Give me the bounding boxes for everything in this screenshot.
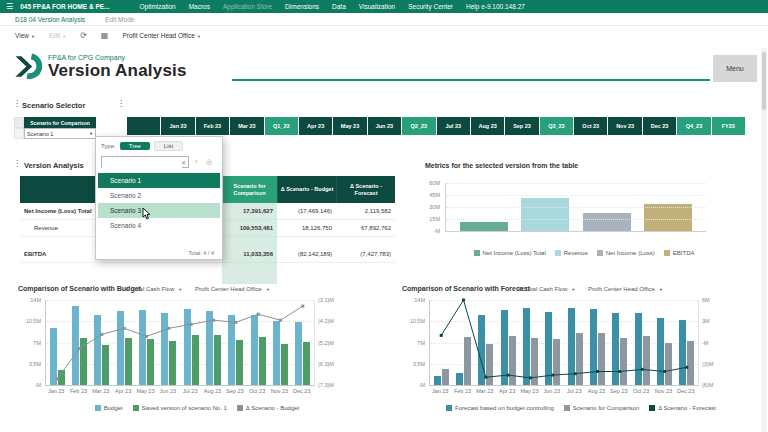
period-chip[interactable]: Aug 23: [471, 117, 504, 135]
right-axis-ticks: (3.1)M(4.2)M(5.2)M(6.3)M(7.3)M: [315, 300, 349, 385]
overflow-menu-icon[interactable]: ⋮: [13, 160, 21, 168]
chart-legend: Forecast based on budget controllingScen…: [396, 405, 766, 411]
chart-legend: Net Income (Loss) TotalRevenueNet Income…: [408, 250, 760, 256]
overflow-menu-icon[interactable]: ⋮: [117, 100, 125, 108]
edit-mode-label[interactable]: Edit Mode: [105, 16, 134, 23]
period-chip[interactable]: Q4_23: [677, 117, 710, 135]
grid-view-icon[interactable]: ▦: [101, 31, 109, 40]
overflow-menu-icon[interactable]: ⋮: [13, 100, 21, 108]
target-icon[interactable]: ◎: [206, 158, 212, 165]
delta-forecast-value: (7,427,783): [336, 246, 395, 263]
tab-bar: D18 04 Version Analysis Edit Mode: [0, 13, 768, 26]
period-chip[interactable]: Q2_23: [402, 117, 435, 135]
legend-item: Budget: [95, 405, 123, 411]
chevron-left-icon[interactable]: ‹: [195, 158, 197, 165]
header-rule: [232, 79, 710, 81]
type-label: Type:: [101, 143, 116, 149]
x-axis-label: Mar 23: [90, 388, 112, 394]
period-chip[interactable]: Jan 23: [161, 117, 194, 135]
legend-swatch: [446, 405, 452, 411]
x-axis-label: May 23: [134, 388, 156, 394]
refresh-icon[interactable]: ⟳: [80, 31, 87, 40]
measure-selector[interactable]: 4. Total Cash Flow▼: [125, 286, 182, 292]
spacer-cell: [277, 263, 336, 284]
gridline: [446, 195, 706, 196]
period-chip[interactable]: [127, 117, 160, 135]
tree-toggle-button[interactable]: Tree: [120, 142, 150, 150]
period-chip[interactable]: Dec 23: [643, 117, 676, 135]
chart-title: Comparison of Scenario with Budget: [18, 285, 141, 292]
context-selector[interactable]: Profit Center Head Office▼: [588, 286, 663, 292]
legend-label: Net Income (Loss) Total: [483, 250, 546, 256]
period-chip[interactable]: Q3_23: [540, 117, 573, 135]
scenario-comparison-select[interactable]: Scenario 1 ▼: [24, 128, 96, 139]
period-chip[interactable]: Sep 23: [505, 117, 538, 135]
dropdown-option[interactable]: Scenario 4: [98, 218, 220, 233]
measure-selector[interactable]: 4. Total Cash Flow▼: [518, 286, 575, 292]
period-chip[interactable]: Apr 23: [299, 117, 332, 135]
period-chip[interactable]: Jul 23: [437, 117, 470, 135]
spacer-cell: [222, 263, 277, 284]
axis-tick-label: 3.5M: [413, 361, 425, 367]
period-chip[interactable]: Feb 23: [196, 117, 229, 135]
scrollbar-thumb[interactable]: [762, 52, 766, 110]
axis-tick-label: 15M: [429, 216, 440, 222]
period-chip[interactable]: Jun 23: [368, 117, 401, 135]
delta-forecast-value: 2,119,582: [336, 203, 395, 220]
hamburger-icon[interactable]: ☰: [6, 2, 13, 11]
spacer-cell: [20, 263, 222, 284]
menu-item[interactable]: Application Store: [223, 3, 272, 10]
dropdown-option-list: Scenario 1Scenario 2Scenario 3Scenario 4: [98, 173, 220, 233]
clear-icon[interactable]: ✕: [181, 159, 186, 166]
table-row: [20, 263, 395, 284]
x-axis-label: Sep 23: [608, 388, 630, 394]
period-chip[interactable]: Oct 23: [574, 117, 607, 135]
menu-button[interactable]: Menu: [713, 55, 757, 82]
menu-item[interactable]: Optimization: [140, 3, 176, 10]
axis-tick-label: 3.5M: [29, 361, 41, 367]
dropdown-option[interactable]: Scenario 1: [98, 173, 220, 188]
list-toggle-button[interactable]: List: [154, 141, 183, 151]
delta-line-series: [46, 300, 314, 385]
metrics-bar[interactable]: [521, 198, 569, 231]
menu-item[interactable]: Security Center: [408, 3, 453, 10]
dropdown-option[interactable]: Scenario 2: [98, 188, 220, 203]
legend-item: Net Income (Loss): [597, 250, 655, 256]
period-chip[interactable]: Q1_23: [265, 117, 298, 135]
axis-tick-label: 14M: [30, 297, 41, 303]
metrics-bar[interactable]: [460, 222, 508, 231]
x-axis-label: Aug 23: [201, 388, 223, 394]
view-dropdown[interactable]: View▼: [15, 32, 35, 39]
period-chip[interactable]: FY23: [712, 117, 745, 135]
menu-item[interactable]: Visualization: [359, 3, 395, 10]
menu-item[interactable]: Data: [332, 3, 346, 10]
axis-tick-label: (6.3)M: [318, 361, 334, 367]
tab-version-analysis[interactable]: D18 04 Version Analysis: [15, 16, 85, 23]
period-chip[interactable]: Mar 23: [230, 117, 263, 135]
metrics-bar[interactable]: [583, 213, 631, 231]
edit-dropdown[interactable]: Edit▼: [49, 32, 66, 39]
context-selector[interactable]: Profit Center Head Office▼: [195, 286, 270, 292]
legend-swatch: [564, 405, 570, 411]
menu-item[interactable]: Macros: [189, 3, 210, 10]
legend-swatch: [649, 405, 655, 411]
period-chip[interactable]: Nov 23: [608, 117, 641, 135]
menu-item[interactable]: Help e-9.100.148.27: [466, 3, 525, 10]
metrics-bar[interactable]: [644, 204, 692, 231]
legend-label: Forecast based on budget controlling: [455, 405, 554, 411]
spacer-cell: [222, 237, 277, 246]
legend-swatch: [237, 405, 243, 411]
context-selector[interactable]: Profit Center Head Office▼: [122, 32, 200, 39]
axis-tick-label: 45M: [429, 192, 440, 198]
page-title: Version Analysis: [48, 61, 187, 81]
menu-item[interactable]: Dimensions: [285, 3, 319, 10]
scenario-dropdown-panel: Type: Tree List ✕ ‹ ◎ Scenario 1Scenario…: [95, 136, 223, 260]
x-axis-label: Oct 23: [630, 388, 652, 394]
legend-label: Saved version of scenario No. 1: [142, 405, 227, 411]
period-chip[interactable]: May 23: [333, 117, 366, 135]
comparison-value: 17,391,627: [222, 203, 277, 220]
app-window: ☰ 045 FP&A FOR HOME & PE... Optimization…: [0, 0, 768, 432]
legend-item: Δ Scenario - Budget: [237, 405, 299, 411]
dropdown-option[interactable]: Scenario 3: [98, 203, 220, 218]
x-axis-label: Oct 23: [246, 388, 268, 394]
